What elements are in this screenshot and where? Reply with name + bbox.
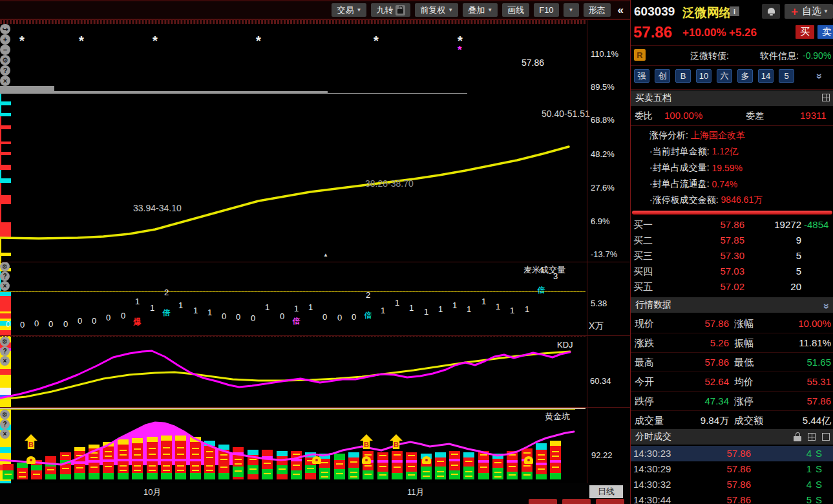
toolbar-button-叠加[interactable]: 叠加▼	[463, 3, 498, 17]
tag-badge-创[interactable]: 创	[655, 69, 670, 83]
tick-direction: S	[816, 463, 822, 474]
stock-info-sidebar: 603039 泛微网络 i ＋ 自选 ▼ 57.86 +10.00% +5.26…	[630, 0, 833, 504]
quote-label: 现价	[635, 318, 654, 330]
volume-panel[interactable]: 麦米成交量⚙?×5.38X万0000000001爆12倍111000101倍10…	[0, 262, 630, 335]
toolbar-button-画线[interactable]: 画线	[502, 3, 529, 17]
alarm-bell-marker-icon	[26, 456, 36, 464]
chart-region[interactable]: 交易▼九转前复权▼叠加▼画线F10▼形态« 110.1%89.5%68.8%48…	[0, 0, 630, 504]
golden-pit-panel[interactable]: 92.22BBB黄金坑⚙?×	[0, 407, 630, 483]
volume-count-label: 0	[1, 319, 16, 329]
tick-price: 57.86	[702, 494, 751, 504]
tag-badge-六[interactable]: 六	[717, 69, 732, 83]
tick-direction: S	[816, 494, 822, 504]
chevron-down-icon: ▼	[823, 8, 828, 14]
bid-label: 买一	[633, 219, 653, 231]
grid-icon[interactable]	[808, 433, 816, 441]
volume-count-label: 0	[29, 319, 44, 328]
volume-count-label: 1	[447, 300, 462, 310]
tag-badge-5[interactable]: 5	[779, 69, 794, 83]
bid-price: 57.30	[693, 250, 744, 261]
tick-direction: S	[816, 448, 822, 459]
quote-label: 最低	[734, 357, 754, 369]
volume-count-label: 1	[419, 307, 434, 317]
sell-button[interactable]: 卖	[817, 25, 833, 39]
weibi-label: 委比	[635, 110, 653, 122]
tag-badge-强[interactable]: 强	[634, 69, 649, 83]
volume-count-label: 0	[101, 313, 116, 322]
tag-badge-10[interactable]: 10	[696, 69, 712, 83]
volume-count-label: 0	[87, 316, 101, 326]
volume-count-label: 0	[317, 312, 332, 322]
y-axis-label: -13.7%	[591, 249, 617, 259]
toolbar-button-交易[interactable]: 交易▼	[332, 3, 366, 17]
clipped-red-button[interactable]	[529, 499, 557, 504]
volume-count-label: 0	[246, 313, 260, 323]
info-icon[interactable]: i	[730, 6, 739, 16]
toolbar-button-前复权[interactable]: 前复权▼	[415, 3, 458, 17]
period-selector[interactable]: 日线	[589, 485, 623, 498]
quote-row: 涨跌5.26振幅11.81%	[631, 333, 833, 353]
chevron-double-down-icon[interactable]: »	[821, 304, 833, 310]
tick-time: 14:30:29	[633, 463, 671, 474]
volume-count-label: 0	[216, 311, 231, 321]
close-icon[interactable]: ×	[0, 281, 10, 291]
tick-trade-row: 14:30:4457.865S	[631, 492, 833, 504]
volume-count-label: 2	[159, 288, 174, 297]
expand-icon[interactable]	[822, 433, 830, 441]
limit-label: ·封单占流通盘:	[649, 178, 710, 190]
tick-direction: S	[816, 479, 822, 490]
tick-time: 14:30:23	[633, 448, 671, 459]
quote-label: 今开	[635, 376, 654, 388]
toolbar-button-九转[interactable]: 九转	[371, 3, 410, 17]
panel-title: KDJ	[557, 340, 573, 350]
section-five-levels[interactable]: 买卖五档	[631, 90, 833, 106]
toolbar-button-F10[interactable]: F10	[534, 3, 558, 17]
software-label[interactable]: 软件信息:	[760, 50, 799, 62]
volume-count-label: 0	[15, 320, 30, 330]
ma-line	[0, 19, 587, 262]
tick-trade-row: 14:30:2357.864S	[631, 446, 833, 461]
bid-label: 买四	[633, 266, 653, 278]
price-label: 57.86	[504, 58, 544, 68]
bid-volume: 19272	[747, 219, 801, 230]
weibi-row: 委比 100.00% 委差 19311	[631, 107, 833, 126]
kdj-panel[interactable]: 60.34KDJ⚙?×	[0, 336, 630, 407]
clipped-red-button[interactable]	[596, 499, 624, 504]
gear-icon[interactable]: ⚙	[0, 262, 10, 271]
main-candlestick-panel[interactable]: 110.1%89.5%68.8%48.2%27.6%6.9%-13.7%↪+−⚙…	[0, 19, 630, 262]
limit-analysis-row: ·当前封单金额:1.12亿	[631, 143, 833, 160]
chevron-double-down-icon[interactable]: »	[814, 74, 825, 79]
kdj-scale-label: 60.34	[590, 376, 611, 386]
clipped-red-button[interactable]	[562, 499, 591, 504]
limit-analysis-row[interactable]: 涨停分析:上海国企改革	[631, 127, 833, 143]
lock-icon[interactable]	[794, 432, 801, 441]
tick-time: 14:30:44	[633, 494, 671, 504]
limit-label: ·当前封单金额:	[649, 146, 710, 158]
bond-label[interactable]: 泛微转债:	[690, 50, 729, 62]
grid-icon[interactable]	[822, 94, 830, 101]
tick-price: 57.86	[702, 463, 751, 474]
quote-label: 成交额	[734, 415, 763, 427]
collapse-panel-icon[interactable]: «	[618, 4, 624, 17]
volume-count-label: 1	[130, 297, 145, 306]
change-value: +5.26	[729, 26, 757, 39]
help-icon[interactable]: ?	[0, 271, 10, 281]
section-tick-trades[interactable]: 分时成交	[631, 429, 833, 445]
quote-label: 成交量	[635, 415, 664, 427]
alarm-bell-marker-icon	[524, 456, 533, 464]
volume-bar-base	[0, 313, 11, 319]
toolbar-button-label: 九转	[376, 3, 393, 17]
price-label: 50.40-51.51	[542, 109, 590, 119]
buy-button[interactable]: 买	[796, 25, 814, 39]
toolbar-caret-button[interactable]: ▼	[564, 3, 579, 17]
tick-volume: 1	[773, 463, 812, 474]
alert-bell-icon[interactable]	[762, 4, 780, 19]
volume-count-label: 4	[534, 265, 549, 275]
add-watchlist-button[interactable]: ＋ 自选 ▼	[785, 4, 833, 19]
section-quote-data[interactable]: 行情数据 »	[631, 297, 833, 313]
tag-badge-14[interactable]: 14	[758, 69, 774, 83]
toolbar-button-形态[interactable]: 形态	[584, 3, 611, 17]
tag-badge-B[interactable]: B	[675, 69, 691, 83]
tag-badge-多[interactable]: 多	[737, 69, 753, 83]
quote-row: 现价57.86涨幅10.00%	[631, 314, 833, 333]
